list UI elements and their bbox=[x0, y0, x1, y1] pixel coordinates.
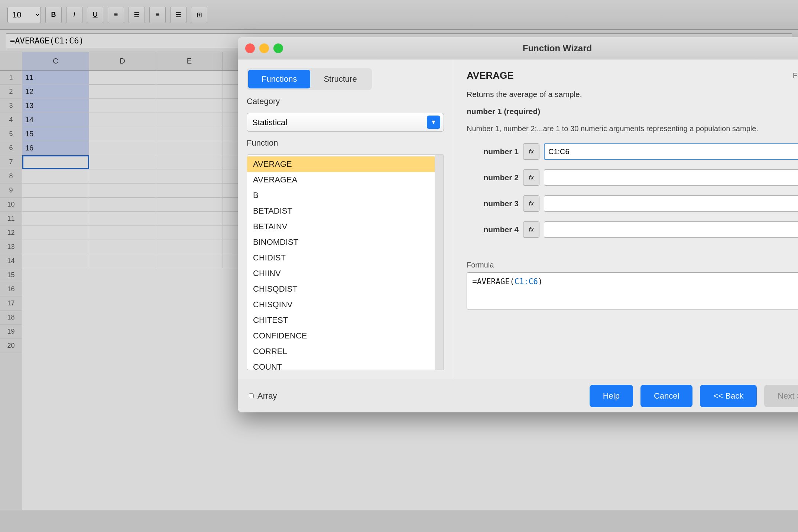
function-item-chitest[interactable]: CHITEST bbox=[247, 312, 435, 328]
function-list-scrollbar[interactable] bbox=[435, 155, 444, 370]
array-checkbox[interactable] bbox=[249, 393, 254, 398]
formula-display: =AVERAGE(C1:C6) bbox=[467, 272, 798, 309]
function-item-chisqdist[interactable]: CHISQDIST bbox=[247, 281, 435, 297]
array-label: Array bbox=[257, 391, 277, 401]
maximize-button[interactable] bbox=[273, 43, 283, 53]
param-row-1: number 1 fx ↑ bbox=[467, 143, 798, 160]
formula-result-row: Result 13.5 bbox=[467, 248, 798, 258]
category-select[interactable]: Statistical All Database Date&Time Finan… bbox=[247, 113, 444, 132]
fn-name: AVERAGE bbox=[467, 70, 514, 81]
param3-name: number 3 bbox=[467, 199, 519, 208]
function-item-binomdist[interactable]: BINOMDIST bbox=[247, 234, 435, 250]
function-item-averagea[interactable]: AVERAGEA bbox=[247, 172, 435, 188]
back-button[interactable]: << Back bbox=[700, 385, 757, 407]
tab-bar: Functions Structure bbox=[247, 68, 372, 90]
right-panel: AVERAGE Function result 13.5 Returns the… bbox=[453, 59, 798, 379]
array-checkbox-row: Array bbox=[249, 391, 277, 401]
fn-result-row: Function result 13.5 bbox=[793, 71, 798, 81]
tab-functions[interactable]: Functions bbox=[248, 70, 310, 88]
param2-input[interactable] bbox=[544, 169, 798, 186]
fn-result-label: Function result bbox=[793, 71, 798, 80]
category-select-wrapper: Statistical All Database Date&Time Finan… bbox=[247, 113, 444, 132]
minimize-button[interactable] bbox=[259, 43, 269, 53]
formula-label: Formula bbox=[467, 261, 798, 269]
function-wizard-dialog: Function Wizard Functions Structure Cate… bbox=[238, 37, 798, 412]
dialog-titlebar: Function Wizard bbox=[238, 37, 798, 59]
param-row-3: number 3 fx ↑ bbox=[467, 195, 798, 212]
param2-name: number 2 bbox=[467, 173, 519, 182]
function-item-chidist[interactable]: CHIDIST bbox=[247, 250, 435, 266]
function-list-wrapper: AVERAGE AVERAGEA B BETADIST BETAINV BINO… bbox=[247, 155, 444, 370]
formula-text-suffix: ) bbox=[538, 277, 543, 286]
dialog-footer: Array Help Cancel << Back Next >> OK bbox=[238, 379, 798, 412]
fn-header: AVERAGE Function result 13.5 bbox=[467, 70, 798, 81]
param1-name: number 1 bbox=[467, 147, 519, 156]
cancel-button[interactable]: Cancel bbox=[640, 385, 692, 407]
function-item-confidence[interactable]: CONFIDENCE bbox=[247, 328, 435, 344]
category-label: Category bbox=[247, 97, 444, 106]
left-panel: Functions Structure Category Statistical… bbox=[238, 59, 453, 379]
param1-description: Number 1, number 2;...are 1 to 30 numeri… bbox=[467, 123, 798, 134]
param1-input[interactable] bbox=[544, 143, 798, 160]
next-button[interactable]: Next >> bbox=[764, 385, 798, 407]
formula-text-prefix: =AVERAGE( bbox=[472, 277, 515, 286]
function-list[interactable]: AVERAGE AVERAGEA B BETADIST BETAINV BINO… bbox=[247, 155, 435, 370]
param3-input[interactable] bbox=[544, 195, 798, 212]
function-item-correl[interactable]: CORREL bbox=[247, 344, 435, 359]
param1-fx-button[interactable]: fx bbox=[523, 143, 539, 160]
traffic-lights bbox=[245, 43, 283, 53]
function-item-betainv[interactable]: BETAINV bbox=[247, 219, 435, 234]
function-item-b[interactable]: B bbox=[247, 188, 435, 203]
param4-name: number 4 bbox=[467, 225, 519, 234]
function-item-chisqinv[interactable]: CHISQINV bbox=[247, 297, 435, 312]
param-row-4: number 4 fx ↑ bbox=[467, 221, 798, 238]
param4-fx-button[interactable]: fx bbox=[523, 221, 539, 238]
function-item-count[interactable]: COUNT bbox=[247, 359, 435, 370]
fn-description: Returns the average of a sample. bbox=[467, 89, 798, 100]
param1-label: number 1 (required) bbox=[467, 107, 798, 116]
help-button[interactable]: Help bbox=[590, 385, 633, 407]
param2-fx-button[interactable]: fx bbox=[523, 169, 539, 186]
tab-structure[interactable]: Structure bbox=[310, 70, 370, 88]
function-item-chiinv[interactable]: CHIINV bbox=[247, 266, 435, 281]
formula-text-arg: C1:C6 bbox=[515, 277, 538, 286]
function-item-betadist[interactable]: BETADIST bbox=[247, 203, 435, 219]
param-row-2: number 2 fx ↑ bbox=[467, 169, 798, 186]
param3-fx-button[interactable]: fx bbox=[523, 195, 539, 212]
formula-section: Result 13.5 Formula =AVERAGE(C1:C6) bbox=[467, 248, 798, 309]
close-button[interactable] bbox=[245, 43, 255, 53]
dialog-title: Function Wizard bbox=[523, 43, 592, 53]
function-item-average[interactable]: AVERAGE bbox=[247, 156, 435, 172]
param4-input[interactable] bbox=[544, 221, 798, 238]
function-label: Function bbox=[247, 138, 444, 148]
dialog-body: Functions Structure Category Statistical… bbox=[238, 59, 798, 379]
